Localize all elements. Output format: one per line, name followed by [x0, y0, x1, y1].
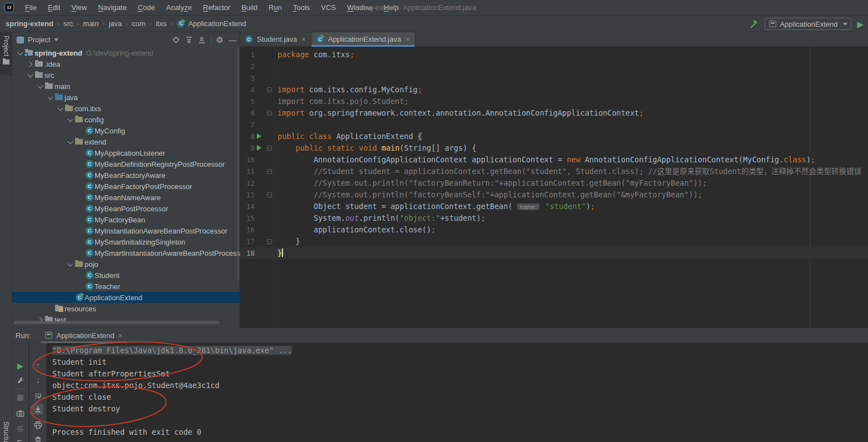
tree-horizontal-scrollbar[interactable]	[14, 321, 220, 324]
code-line-12[interactable]: 12 //System.out.println("factoryBeanRetu…	[240, 177, 868, 189]
tree-item-MyBeanFactoryAware[interactable]: CMyBeanFactoryAware	[12, 170, 240, 181]
tree-item-MyInstantiationAwareBeanPostProcessor[interactable]: CMyInstantiationAwareBeanPostProcessor	[12, 225, 240, 236]
breadcrumb-class[interactable]: ApplicationExtend	[188, 19, 246, 28]
chevron-down-icon[interactable]	[36, 82, 44, 91]
tree-item-main[interactable]: main	[12, 81, 240, 92]
code-line-9[interactable]: 9 public static void main(String[] args)…	[240, 142, 868, 154]
code-line-2[interactable]: 2	[240, 61, 868, 72]
fold-icon[interactable]	[267, 169, 272, 174]
scroll-to-end-icon[interactable]	[32, 404, 43, 415]
tree-item-com.itxs[interactable]: com.itxs	[12, 103, 240, 114]
soft-wrap-icon[interactable]	[32, 390, 43, 401]
menu-navigate[interactable]: Navigate	[92, 0, 132, 16]
tree-item-MyApplicationListener[interactable]: CMyApplicationListener	[12, 147, 240, 158]
breadcrumb-main[interactable]: main	[83, 19, 98, 28]
chevron-down-icon[interactable]	[66, 260, 75, 269]
menu-vcs[interactable]: VCS	[315, 0, 341, 16]
gear-icon[interactable]: ⚙	[216, 36, 224, 44]
fold-icon[interactable]	[267, 111, 272, 116]
fold-icon[interactable]	[267, 239, 272, 244]
tree-item-config[interactable]: config	[12, 114, 240, 125]
run-configuration-select[interactable]: ApplicationExtend	[765, 18, 851, 30]
code-line-11[interactable]: 11 //Student student = applicationContex…	[240, 166, 868, 177]
chevron-down-icon[interactable]	[54, 38, 58, 41]
tree-item-MyBeanPostProcessor[interactable]: CMyBeanPostProcessor	[12, 203, 240, 214]
breadcrumb-spring-extend[interactable]: spring-extend	[6, 19, 53, 28]
run-gutter-icon[interactable]	[257, 145, 261, 151]
menu-run[interactable]: Run	[263, 0, 287, 16]
menu-tools[interactable]: Tools	[287, 0, 315, 16]
tree-item-resources[interactable]: resources	[12, 303, 240, 314]
code-line-4[interactable]: 4import com.itxs.config.MyConfig;	[240, 84, 868, 96]
thread-dump-camera-icon[interactable]	[15, 408, 26, 419]
breadcrumb-itxs[interactable]: itxs	[156, 19, 167, 28]
tree-item-MyBeanDefinitionRegistryPostProcessor[interactable]: CMyBeanDefinitionRegistryPostProcessor	[12, 158, 240, 170]
tree-item-MySmartInstantiationAwareBeanPostProcess[interactable]: CMySmartInstantiationAwareBeanPostProces…	[12, 247, 240, 259]
code-line-14[interactable]: 14 Object student = applicationContext.g…	[240, 201, 868, 212]
run-gutter-icon[interactable]	[257, 133, 261, 139]
menu-build[interactable]: Build	[236, 0, 263, 16]
clear-all-trash-icon[interactable]	[32, 434, 43, 442]
print-icon[interactable]	[32, 419, 43, 430]
console-output[interactable]: "D:\Program Files\Java\jdk1.8.0_281\bin\…	[47, 343, 868, 442]
chevron-right-icon[interactable]	[26, 59, 34, 68]
chevron-down-icon[interactable]	[56, 104, 65, 113]
code-line-16[interactable]: 16 applicationContext.close();	[240, 224, 868, 236]
tree-item-MyBeanFactoryPostProcessor[interactable]: CMyBeanFactoryPostProcessor	[12, 181, 240, 192]
tree-item-pojo[interactable]: pojo	[12, 259, 240, 270]
code-line-7[interactable]: 7	[240, 119, 868, 131]
menu-file[interactable]: File	[19, 0, 42, 16]
code-line-8[interactable]: 8public class ApplicationExtend {	[240, 131, 868, 142]
close-icon[interactable]: ×	[118, 331, 123, 340]
menu-view[interactable]: View	[66, 0, 92, 16]
wrench-icon[interactable]	[15, 375, 26, 386]
close-icon[interactable]: ×	[301, 35, 306, 43]
menu-edit[interactable]: Edit	[42, 0, 66, 16]
code-line-1[interactable]: 1package com.itxs;	[240, 49, 868, 61]
chevron-down-icon[interactable]	[16, 48, 24, 57]
tree-item-ApplicationExtend[interactable]: CApplicationExtend	[12, 292, 240, 303]
tree-item-src[interactable]: src	[12, 69, 240, 81]
editor-tab-ApplicationExtend.java[interactable]: CApplicationExtend.java×	[311, 32, 415, 46]
tree-item-MyFactoryBean[interactable]: CMyFactoryBean	[12, 214, 240, 225]
hide-panel-icon[interactable]: —	[229, 36, 236, 44]
tree-vertical-scrollbar[interactable]	[237, 47, 239, 281]
chevron-down-icon[interactable]	[26, 71, 34, 80]
menu-code[interactable]: Code	[132, 0, 161, 16]
code-line-13[interactable]: 13 //System.out.println("factoryBeanSelf…	[240, 189, 868, 201]
tree-item-extend[interactable]: extend	[12, 136, 240, 147]
run-button[interactable]: ▶	[857, 20, 864, 28]
code-line-3[interactable]: 3	[240, 72, 868, 84]
breadcrumb-src[interactable]: src	[63, 19, 73, 28]
code-line-6[interactable]: 6import org.springframework.context.anno…	[240, 107, 868, 119]
menu-refactor[interactable]: Refactor	[197, 0, 236, 16]
code-line-15[interactable]: 15 System.out.println("object:"+student)…	[240, 212, 868, 224]
code-line-5[interactable]: 5import com.itxs.pojo.Student;	[240, 96, 868, 107]
stripe-tab-structure[interactable]: Structure	[0, 421, 12, 442]
collapse-all-icon[interactable]	[198, 36, 206, 44]
chevron-down-icon[interactable]	[46, 93, 54, 102]
locate-file-icon[interactable]	[172, 36, 180, 44]
code-line-10[interactable]: 10 AnnotationConfigApplicationContext ap…	[240, 154, 868, 166]
project-panel-title[interactable]: Project	[28, 36, 50, 44]
tree-item-.idea[interactable]: .idea	[12, 58, 240, 69]
fold-icon[interactable]	[267, 192, 272, 197]
tree-item-Student[interactable]: CStudent	[12, 270, 240, 281]
code-line-18[interactable]: 18}	[240, 247, 868, 259]
tree-item-java[interactable]: java	[12, 92, 240, 103]
exit-icon[interactable]	[15, 438, 26, 442]
tree-item-MyBeanNameAware[interactable]: CMyBeanNameAware	[12, 192, 240, 203]
code-line-17[interactable]: 17 }	[240, 236, 868, 247]
tree-item-MyConfig[interactable]: CMyConfig	[12, 125, 240, 136]
stripe-tab-project[interactable]: Project	[0, 32, 12, 76]
close-icon[interactable]: ×	[405, 35, 410, 43]
run-tab[interactable]: ApplicationExtend ×	[43, 328, 125, 343]
fold-icon[interactable]	[267, 146, 272, 151]
chevron-down-icon[interactable]	[66, 115, 75, 124]
tree-item-spring-extend[interactable]: spring-extendG:\dev\spring-extend	[12, 47, 240, 58]
breadcrumb-com[interactable]: com	[132, 19, 146, 28]
tree-item-Teacher[interactable]: CTeacher	[12, 281, 240, 292]
rerun-button[interactable]: ▶	[15, 360, 26, 371]
fold-icon[interactable]	[267, 87, 272, 92]
breadcrumb-java[interactable]: java	[109, 19, 122, 28]
